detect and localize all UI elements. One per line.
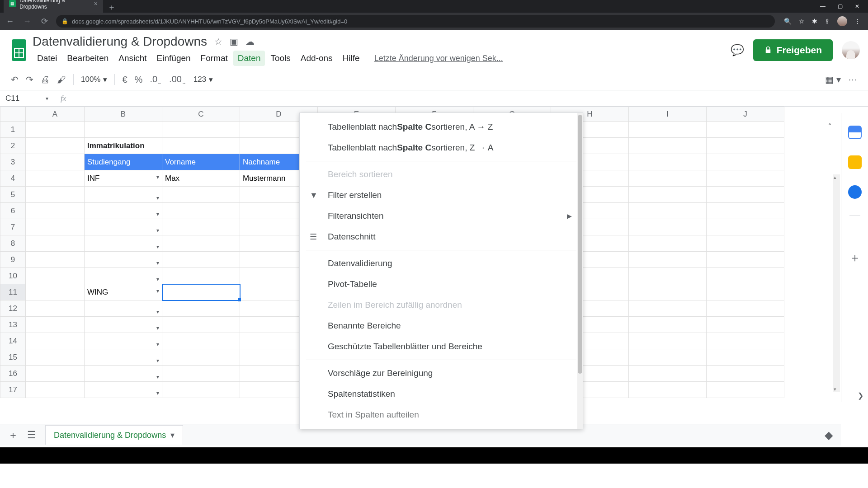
menu-file[interactable]: Datei (33, 51, 61, 66)
menu-column-stats[interactable]: Spaltenstatistiken (300, 384, 583, 404)
cell-title[interactable]: Immatrikulation (85, 138, 162, 154)
extensions-icon[interactable]: ✱ (812, 18, 817, 25)
dropdown-cell[interactable]: INF (85, 170, 162, 187)
row-header[interactable]: 8 (0, 235, 26, 252)
comments-icon[interactable]: 💬 (731, 44, 744, 56)
side-panel-expand-icon[interactable]: ❯ (858, 391, 863, 400)
menu-format[interactable]: Format (196, 51, 232, 66)
browser-tab[interactable]: ▦ Datenvalidierung & Dropdowns × (4, 0, 103, 13)
back-icon[interactable]: ← (5, 17, 15, 26)
add-addon-icon[interactable]: ＋ (849, 250, 861, 266)
minimize-icon[interactable]: — (818, 3, 827, 9)
menu-slicer[interactable]: ☰ Datenschnitt (300, 226, 583, 247)
reload-icon[interactable]: ⟳ (39, 16, 50, 26)
print-icon[interactable]: 🖨 (41, 75, 50, 85)
row-header[interactable]: 15 (0, 349, 26, 366)
maximize-icon[interactable]: ▢ (835, 3, 844, 9)
sheets-logo[interactable] (8, 36, 30, 65)
menu-tools[interactable]: Tools (266, 51, 295, 66)
forward-icon[interactable]: → (22, 17, 33, 26)
star-icon[interactable]: ☆ (214, 36, 222, 47)
row-header[interactable]: 12 (0, 300, 26, 317)
row-header[interactable]: 6 (0, 203, 26, 219)
dropdown-cell[interactable] (85, 382, 162, 398)
all-sheets-icon[interactable]: ☰ (27, 429, 36, 441)
row-header[interactable]: 4 (0, 170, 26, 187)
bookmark-icon[interactable]: ☆ (799, 18, 805, 25)
dropdown-cell[interactable] (85, 187, 162, 203)
col-header[interactable]: J (707, 107, 784, 122)
menu-data[interactable]: Daten (233, 51, 265, 66)
col-header[interactable]: A (26, 107, 85, 122)
zoom-icon[interactable]: 🔍 (784, 18, 792, 25)
last-edit-link[interactable]: Letzte Änderung vor wenigen Sek... (374, 54, 503, 63)
menu-sort-az[interactable]: Tabellenblatt nach Spalte C sortieren, A… (300, 117, 583, 137)
menu-data-validation[interactable]: Datenvalidierung (300, 253, 583, 274)
col-header[interactable]: I (629, 107, 707, 122)
vertical-scrollbar[interactable] (833, 174, 840, 392)
explore-icon[interactable]: ◆ (825, 429, 833, 441)
select-all-corner[interactable] (0, 107, 26, 122)
menu-cleanup-suggestions[interactable]: Vorschläge zur Bereinigung (300, 363, 583, 384)
row-header[interactable]: 5 (0, 187, 26, 203)
undo-icon[interactable]: ↶ (11, 74, 19, 85)
toolbar-chart-icon[interactable]: ▦ ▾ (825, 74, 841, 85)
row-header[interactable]: 2 (0, 138, 26, 154)
menu-split-text[interactable]: Text in Spalten aufteilen (300, 404, 583, 425)
decrease-decimal-button[interactable]: .0← (150, 74, 162, 85)
dropdown-cell[interactable] (85, 268, 162, 284)
menu-create-filter[interactable]: ▼ Filter erstellen (300, 185, 583, 206)
row-header[interactable]: 13 (0, 317, 26, 333)
dropdown-cell[interactable] (85, 300, 162, 317)
dropdown-cell[interactable] (85, 235, 162, 252)
close-window-icon[interactable]: ✕ (853, 3, 862, 9)
dropdown-cell[interactable] (85, 317, 162, 333)
row-header[interactable]: 7 (0, 219, 26, 235)
browser-menu-icon[interactable]: ⋮ (854, 18, 861, 25)
menu-filter-views[interactable]: Filteransichten ▶ (300, 206, 583, 226)
dropdown-cell[interactable] (85, 203, 162, 219)
tasks-icon[interactable] (848, 185, 862, 199)
menu-view[interactable]: Ansicht (114, 51, 151, 66)
row-header[interactable]: 17 (0, 382, 26, 398)
row-header[interactable]: 14 (0, 333, 26, 349)
zoom-select[interactable]: 100% ▾ (81, 75, 107, 84)
dropdown-cell[interactable] (85, 366, 162, 382)
menu-help[interactable]: Hilfe (338, 51, 364, 66)
close-tab-icon[interactable]: × (94, 0, 98, 7)
move-to-folder-icon[interactable]: ▣ (230, 36, 238, 47)
dropdown-cell[interactable] (85, 219, 162, 235)
menu-addons[interactable]: Add-ons (296, 51, 337, 66)
add-sheet-icon[interactable]: ＋ (8, 428, 18, 442)
redo-icon[interactable]: ↷ (26, 74, 33, 85)
toolbar-more-icon[interactable]: ⋯ (848, 74, 857, 85)
sheet-tab[interactable]: Datenvalidierung & Dropdowns ▾ (45, 425, 183, 445)
table-header[interactable]: Vorname (162, 154, 240, 170)
menu-edit[interactable]: Bearbeiten (62, 51, 113, 66)
row-header[interactable]: 1 (0, 122, 26, 138)
currency-button[interactable]: € (122, 75, 127, 85)
profile-avatar[interactable] (837, 16, 847, 26)
selected-cell[interactable] (162, 284, 240, 300)
menu-scrollbar[interactable] (577, 113, 583, 429)
url-input[interactable]: 🔒 docs.google.com/spreadsheets/d/1JKUDAN… (56, 15, 775, 28)
col-header[interactable]: B (85, 107, 162, 122)
share-button[interactable]: Freigeben (753, 39, 833, 61)
menu-named-ranges[interactable]: Benannte Bereiche (300, 315, 583, 336)
account-avatar[interactable] (842, 41, 860, 59)
row-header[interactable]: 9 (0, 252, 26, 268)
name-box[interactable]: C11▾ (0, 90, 54, 106)
dropdown-cell[interactable] (85, 252, 162, 268)
new-tab-button[interactable]: ＋ (108, 2, 116, 13)
paint-format-icon[interactable]: 🖌 (57, 75, 66, 85)
row-header[interactable]: 16 (0, 366, 26, 382)
row-header[interactable]: 10 (0, 268, 26, 284)
number-format-select[interactable]: 123 ▾ (193, 75, 213, 84)
menu-insert[interactable]: Einfügen (152, 51, 195, 66)
menu-pivot-table[interactable]: Pivot-Tabelle (300, 274, 583, 295)
doc-title[interactable]: Datenvalidierung & Dropdowns (33, 34, 207, 49)
dropdown-cell[interactable] (85, 333, 162, 349)
data-cell[interactable]: Max (162, 170, 240, 187)
calendar-icon[interactable] (848, 126, 862, 139)
row-header[interactable]: 11 (0, 284, 26, 300)
